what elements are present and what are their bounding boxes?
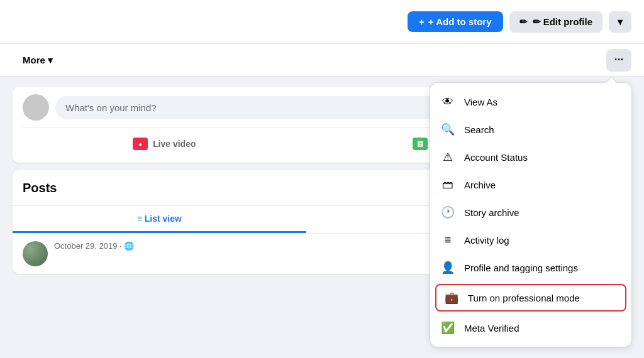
- dropdown-item-archive[interactable]: 🗃 Archive: [430, 171, 631, 198]
- list-view-label: ≡ List view: [137, 214, 182, 224]
- edit-profile-label: ✏ Edit profile: [533, 16, 593, 28]
- activity-log-icon: ≡: [440, 232, 455, 247]
- edit-profile-button[interactable]: ✏ ✏ Edit profile: [509, 11, 603, 33]
- profile-nav-tabs: More ▾ ···: [0, 44, 644, 77]
- view-as-label: View As: [464, 97, 497, 107]
- plus-icon: +: [419, 16, 425, 27]
- account-status-label: Account Status: [464, 152, 528, 163]
- profile-tagging-icon: 👤: [440, 260, 455, 275]
- live-video-label: Live video: [153, 139, 196, 149]
- profile-tagging-label: Profile and tagging settings: [464, 263, 578, 273]
- dropdown-item-professional-mode[interactable]: 💼 Turn on professional mode: [436, 285, 625, 310]
- list-view-tab[interactable]: ≡ List view: [13, 206, 306, 233]
- story-archive-icon: 🕐: [440, 205, 455, 220]
- more-label: More: [23, 55, 45, 65]
- avatar: [23, 94, 49, 121]
- more-options-chevron-button[interactable]: ▾: [609, 11, 631, 33]
- meta-verified-icon: ✅: [440, 320, 455, 335]
- photo-video-icon: 🖼: [413, 138, 428, 150]
- dropdown-item-profile-tagging[interactable]: 👤 Profile and tagging settings: [430, 254, 631, 281]
- professional-mode-label: Turn on professional mode: [468, 293, 580, 303]
- story-archive-label: Story archive: [464, 207, 519, 218]
- professional-mode-icon: 💼: [444, 290, 459, 305]
- account-status-icon: ⚠: [440, 149, 455, 165]
- dropdown-item-meta-verified[interactable]: ✅ Meta Verified: [430, 314, 631, 342]
- posts-title: Posts: [23, 181, 57, 195]
- dropdown-item-professional-mode-wrapper: 💼 Turn on professional mode: [435, 284, 626, 312]
- composer-placeholder: What's on your mind?: [65, 102, 157, 113]
- archive-label: Archive: [464, 180, 496, 190]
- dropdown-item-story-archive[interactable]: 🕐 Story archive: [430, 198, 631, 226]
- dropdown-item-view-as[interactable]: 👁 View As: [430, 88, 631, 116]
- view-as-icon: 👁: [440, 94, 455, 109]
- top-action-bar: + + Add to story ✏ ✏ Edit profile ▾: [0, 0, 644, 44]
- search-icon: 🔍: [440, 122, 455, 137]
- more-chevron-icon: ▾: [48, 55, 53, 66]
- search-label: Search: [464, 124, 494, 135]
- dropdown-item-activity-log[interactable]: ≡ Activity log: [430, 226, 631, 254]
- post-meta: October 29, 2019 · 🌐: [54, 241, 134, 251]
- dropdown-item-account-status[interactable]: ⚠ Account Status: [430, 143, 631, 171]
- live-video-button[interactable]: ● Live video: [23, 133, 306, 155]
- chevron-down-icon: ▾: [618, 16, 623, 27]
- add-to-story-button[interactable]: + + Add to story: [408, 11, 502, 32]
- post-date: October 29, 2019 · 🌐: [54, 241, 134, 251]
- meta-verified-label: Meta Verified: [464, 323, 519, 334]
- three-dots-icon: ···: [614, 53, 623, 67]
- archive-icon: 🗃: [440, 177, 455, 192]
- add-to-story-label: + Add to story: [428, 16, 492, 27]
- dropdown-menu: 👁 View As 🔍 Search ⚠ Account Status 🗃 Ar…: [430, 83, 631, 347]
- more-tab[interactable]: More ▾: [13, 46, 63, 75]
- post-avatar: [23, 241, 48, 266]
- live-video-icon: ●: [133, 138, 148, 150]
- pencil-icon: ✏: [519, 16, 528, 28]
- activity-log-label: Activity log: [464, 235, 509, 246]
- main-content-area: What's on your mind? ● Live video 🖼 Phot…: [0, 77, 644, 358]
- nav-tabs-left: More ▾: [13, 46, 63, 75]
- post-date-row: October 29, 2019 · 🌐: [54, 241, 134, 251]
- dropdown-item-search[interactable]: 🔍 Search: [430, 116, 631, 143]
- three-dots-button[interactable]: ···: [606, 49, 631, 72]
